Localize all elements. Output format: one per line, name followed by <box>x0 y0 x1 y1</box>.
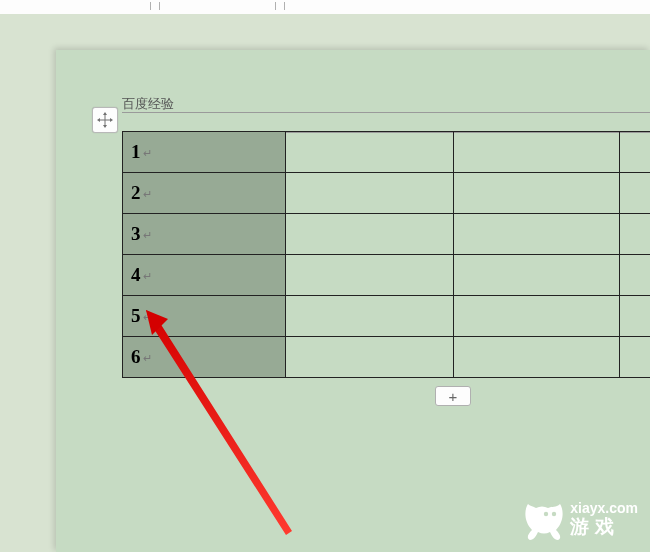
watermark-url: xiayx.com <box>570 500 638 516</box>
table-row[interactable]: 6↵ <box>123 337 651 378</box>
para-mark-icon: ↵ <box>143 352 152 364</box>
para-mark-icon: ↵ <box>143 270 152 282</box>
cell-num[interactable]: 3↵ <box>123 214 286 255</box>
title-input-area[interactable] <box>122 112 650 133</box>
watermark: xiayx.com 游戏 <box>518 496 638 542</box>
svg-point-6 <box>552 512 556 516</box>
cell[interactable] <box>453 255 619 296</box>
cell[interactable] <box>619 173 650 214</box>
cell[interactable] <box>619 337 650 378</box>
table-row[interactable]: 4↵ <box>123 255 651 296</box>
cell[interactable] <box>285 296 453 337</box>
add-row-button[interactable]: + <box>435 386 471 406</box>
cell[interactable] <box>453 132 619 173</box>
cell[interactable] <box>285 132 453 173</box>
cell[interactable] <box>453 296 619 337</box>
cell[interactable] <box>619 132 650 173</box>
watermark-cn: 游戏 <box>570 516 638 538</box>
cell-num[interactable]: 6↵ <box>123 337 286 378</box>
table-row[interactable]: 5↵ <box>123 296 651 337</box>
para-mark-icon: ↵ <box>143 147 152 159</box>
cell[interactable] <box>453 214 619 255</box>
cell-num[interactable]: 1↵ <box>123 132 286 173</box>
cell[interactable] <box>285 337 453 378</box>
cell[interactable] <box>619 214 650 255</box>
cell[interactable] <box>285 255 453 296</box>
cell[interactable] <box>285 173 453 214</box>
cell[interactable] <box>453 337 619 378</box>
cell-num[interactable]: 4↵ <box>123 255 286 296</box>
cell[interactable] <box>619 296 650 337</box>
para-mark-icon: ↵ <box>143 229 152 241</box>
table-move-handle[interactable] <box>92 107 118 133</box>
page-title: 百度经验 <box>122 95 174 113</box>
para-mark-icon: ↵ <box>143 311 152 323</box>
svg-point-5 <box>544 512 548 516</box>
document-table[interactable]: 1↵ 2↵ 3↵ 4↵ 5↵ <box>122 131 650 378</box>
cell[interactable] <box>619 255 650 296</box>
cell-num[interactable]: 5↵ <box>123 296 286 337</box>
table-row[interactable]: 3↵ <box>123 214 651 255</box>
plus-icon: + <box>449 389 458 404</box>
cell-num[interactable]: 2↵ <box>123 173 286 214</box>
watermark-logo-icon <box>518 496 564 542</box>
cell[interactable] <box>285 214 453 255</box>
para-mark-icon: ↵ <box>143 188 152 200</box>
cell[interactable] <box>453 173 619 214</box>
ruler <box>0 0 650 15</box>
table-row[interactable]: 1↵ <box>123 132 651 173</box>
move-icon <box>97 112 113 128</box>
table-row[interactable]: 2↵ <box>123 173 651 214</box>
